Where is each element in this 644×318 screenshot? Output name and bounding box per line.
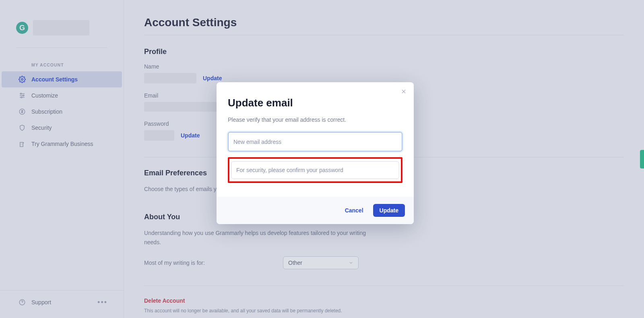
profile-heading: Profile (144, 48, 624, 56)
svg-point-5 (23, 95, 24, 96)
support-label: Support (31, 299, 51, 306)
password-field-highlight (228, 157, 402, 183)
feedback-tab[interactable] (640, 150, 644, 168)
sidebar-item-label: Security (31, 125, 52, 131)
sidebar-footer: Support ••• (0, 290, 124, 318)
building-icon (18, 139, 27, 148)
modal-title: Update email (228, 97, 402, 109)
sidebar-item-account-settings[interactable]: Account Settings (2, 71, 122, 87)
update-name-link[interactable]: Update (203, 75, 222, 81)
modal-footer: Cancel Update (217, 197, 414, 224)
cancel-button[interactable]: Cancel (339, 204, 369, 217)
update-password-link[interactable]: Update (181, 132, 200, 139)
page-title: Account Settings (144, 16, 624, 35)
writing-label: Most of my writing is for: (144, 260, 283, 266)
password-value-redacted (144, 130, 174, 141)
more-icon[interactable]: ••• (97, 298, 107, 307)
delete-account-heading[interactable]: Delete Account (144, 297, 624, 304)
sliders-icon (18, 91, 27, 100)
email-value-redacted (144, 102, 229, 112)
svg-point-4 (21, 93, 22, 94)
user-name-redacted (33, 20, 89, 35)
sidebar-item-label: Customize (31, 92, 58, 99)
svg-point-0 (21, 79, 23, 81)
writing-row: Most of my writing is for: Other (144, 256, 624, 269)
svg-point-6 (21, 97, 22, 98)
logo: G (16, 22, 28, 34)
sidebar-item-security[interactable]: Security (0, 120, 124, 136)
modal-body: Update email Please verify that your ema… (217, 82, 414, 197)
sidebar: G MY ACCOUNT Account Settings Customize … (0, 0, 124, 318)
name-label: Name (144, 63, 624, 70)
select-value: Other (288, 260, 302, 266)
sidebar-item-try-business[interactable]: Try Grammarly Business (0, 136, 124, 152)
gear-icon (18, 75, 27, 84)
sidebar-header: G (16, 20, 107, 48)
sidebar-item-label: Subscription (31, 108, 62, 115)
about-you-text: Understanding how you use Grammarly help… (144, 229, 369, 247)
confirm-password-input[interactable] (231, 161, 399, 179)
dollar-icon (18, 107, 27, 116)
sidebar-item-label: Account Settings (31, 76, 78, 83)
shield-icon (18, 123, 27, 132)
svg-rect-8 (20, 142, 23, 147)
sidebar-section-label: MY ACCOUNT (0, 60, 124, 71)
chevron-down-icon (349, 260, 353, 265)
delete-account-text: This account will no longer be available… (144, 308, 624, 314)
new-email-input[interactable] (228, 132, 402, 152)
modal-subtitle: Please verify that your email address is… (228, 116, 402, 123)
sidebar-item-customize[interactable]: Customize (0, 87, 124, 104)
name-value-redacted (144, 73, 196, 83)
support-link[interactable]: Support (18, 298, 51, 307)
sidebar-item-subscription[interactable]: Subscription (0, 104, 124, 120)
update-email-modal: Update email Please verify that your ema… (217, 82, 414, 224)
writing-select[interactable]: Other (283, 256, 359, 269)
close-icon[interactable] (401, 89, 407, 94)
help-icon (18, 298, 27, 307)
sidebar-item-label: Try Grammarly Business (31, 141, 93, 147)
update-button[interactable]: Update (373, 204, 405, 217)
